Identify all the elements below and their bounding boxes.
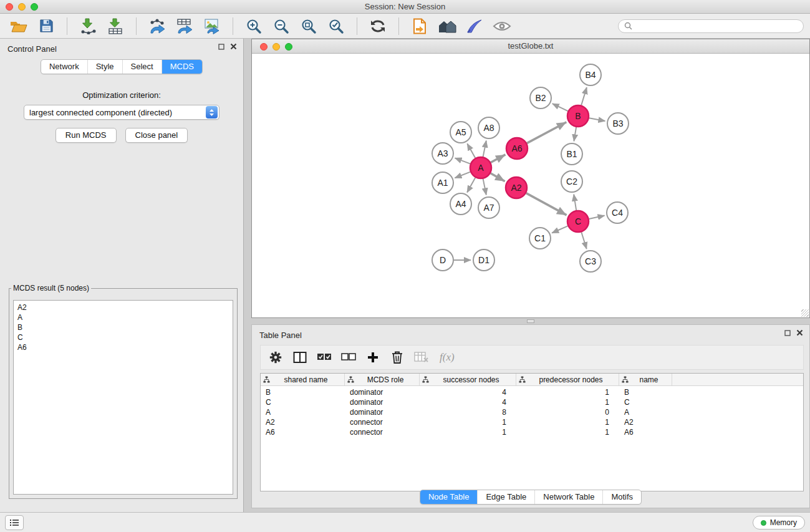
column-header-predecessor-nodes[interactable]: predecessor nodes: [516, 374, 619, 385]
network-maximize-button[interactable]: [285, 43, 292, 51]
graph-node-C[interactable]: C: [567, 211, 589, 232]
style-brush-button[interactable]: [462, 16, 487, 37]
table-row[interactable]: Bdominator41B: [261, 387, 803, 397]
graph-node-B4[interactable]: B4: [580, 64, 601, 85]
resize-grip[interactable]: [801, 309, 809, 317]
search-field[interactable]: [618, 19, 804, 33]
graph-node-C4[interactable]: C4: [607, 202, 628, 223]
graph-node-A7[interactable]: A7: [478, 197, 499, 218]
graph-node-C2[interactable]: C2: [561, 171, 582, 192]
splitter-handle[interactable]: [527, 319, 534, 323]
table-cell[interactable]: A: [261, 408, 345, 417]
mcds-result-item[interactable]: A6: [17, 342, 229, 352]
table-cell[interactable]: 4: [420, 398, 516, 407]
edge-A-A7[interactable]: [483, 179, 486, 195]
table-cell[interactable]: B: [261, 388, 345, 397]
close-table-panel-button[interactable]: [796, 329, 803, 336]
network-close-button[interactable]: [260, 43, 268, 51]
export-table-button[interactable]: [172, 16, 197, 37]
column-header-name[interactable]: name: [619, 374, 672, 385]
export-image-button[interactable]: [200, 16, 224, 37]
close-window-button[interactable]: [6, 3, 13, 11]
mcds-result-list[interactable]: A2ABCA6: [13, 300, 233, 495]
run-mcds-button[interactable]: Run MCDS: [55, 128, 117, 143]
criterion-dropdown[interactable]: largest connected component (directed): [24, 105, 219, 120]
delete-button[interactable]: [386, 347, 408, 367]
function-builder-button[interactable]: f(x): [435, 347, 460, 367]
table-cell[interactable]: connector: [345, 428, 420, 437]
search-input[interactable]: [635, 22, 798, 31]
table-cell[interactable]: A2: [619, 418, 672, 427]
fullscreen-window-button[interactable]: [31, 3, 38, 11]
tab-mcds[interactable]: MCDS: [162, 60, 202, 74]
add-button[interactable]: [362, 347, 384, 367]
float-table-panel-button[interactable]: [784, 330, 791, 336]
tab-node-table[interactable]: Node Table: [420, 490, 478, 504]
edge-C-C4[interactable]: [589, 216, 605, 220]
edge-B-B4[interactable]: [581, 87, 587, 105]
tab-style[interactable]: Style: [87, 60, 122, 74]
table-row[interactable]: Cdominator41C: [261, 397, 803, 407]
zoom-selected-button[interactable]: [324, 16, 349, 37]
import-table-button[interactable]: [103, 16, 128, 37]
edge-A6-B[interactable]: [527, 122, 567, 143]
tab-motifs[interactable]: Motifs: [602, 490, 641, 504]
table-cell[interactable]: 1: [420, 428, 516, 437]
edge-C-C2[interactable]: [574, 195, 576, 211]
eye-button[interactable]: [489, 16, 514, 37]
table-cell[interactable]: C: [261, 398, 345, 407]
table-cell[interactable]: B: [619, 388, 672, 397]
edge-B-B2[interactable]: [552, 104, 568, 111]
network-canvas[interactable]: AA1A2A3A4A5A6A7A8BB1B2B3B4CC1C2C3C4DD1: [252, 54, 809, 317]
column-header-successor-nodes[interactable]: successor nodes: [420, 374, 516, 385]
select-all-button[interactable]: [313, 347, 335, 367]
panels-menu-button[interactable]: [5, 515, 24, 530]
mcds-result-item[interactable]: A: [17, 312, 229, 322]
edge-B-B1[interactable]: [574, 127, 576, 142]
network-graph[interactable]: AA1A2A3A4A5A6A7A8BB1B2B3B4CC1C2C3C4DD1: [252, 54, 809, 317]
edge-A-A8[interactable]: [483, 141, 486, 157]
table-cell[interactable]: A: [619, 408, 672, 417]
tab-select[interactable]: Select: [122, 60, 162, 74]
close-control-panel-button[interactable]: [230, 43, 237, 50]
table-cell[interactable]: 1: [516, 428, 619, 437]
network-minimize-button[interactable]: [272, 43, 280, 51]
table-row[interactable]: A6connector11A6: [261, 427, 803, 437]
column-header-mcds-role[interactable]: MCDS role: [345, 374, 420, 385]
table-cell[interactable]: dominator: [345, 398, 420, 407]
table-cell[interactable]: A2: [261, 418, 345, 427]
table-cell[interactable]: A6: [619, 428, 672, 437]
graph-node-B2[interactable]: B2: [530, 87, 551, 109]
graph-node-C1[interactable]: C1: [529, 228, 551, 249]
graph-node-D[interactable]: D: [432, 249, 453, 271]
table-cell[interactable]: 8: [420, 408, 516, 417]
table-cell[interactable]: 1: [516, 388, 619, 397]
refresh-button[interactable]: [365, 16, 390, 37]
table-cell[interactable]: 0: [516, 408, 619, 417]
graph-node-B[interactable]: B: [567, 105, 589, 127]
graph-node-D1[interactable]: D1: [473, 249, 494, 271]
open-folder-button[interactable]: [6, 16, 31, 37]
float-control-panel-button[interactable]: [218, 44, 224, 50]
graph-node-B3[interactable]: B3: [607, 113, 629, 134]
deselect-all-button[interactable]: [337, 347, 360, 367]
table-cell[interactable]: dominator: [345, 408, 420, 417]
table-cell[interactable]: 4: [420, 388, 516, 397]
graph-node-A2[interactable]: A2: [506, 177, 527, 198]
zoom-fit-button[interactable]: [296, 16, 321, 37]
tab-network[interactable]: Network: [41, 60, 87, 74]
home-button[interactable]: [435, 16, 460, 37]
table-row[interactable]: A2connector11A2: [261, 417, 803, 427]
memory-button[interactable]: Memory: [753, 516, 805, 530]
table-cell[interactable]: 1: [516, 418, 619, 427]
save-button[interactable]: [34, 16, 59, 37]
graph-node-A4[interactable]: A4: [450, 193, 471, 215]
graph-node-A[interactable]: A: [470, 157, 491, 178]
zoom-out-button[interactable]: [269, 16, 294, 37]
edge-A2-C[interactable]: [526, 193, 567, 215]
graph-node-B1[interactable]: B1: [561, 143, 582, 165]
graph-node-A3[interactable]: A3: [432, 143, 453, 164]
edge-A-A5[interactable]: [467, 143, 475, 158]
table-cell[interactable]: connector: [345, 418, 420, 427]
table-cell[interactable]: 1: [420, 418, 516, 427]
